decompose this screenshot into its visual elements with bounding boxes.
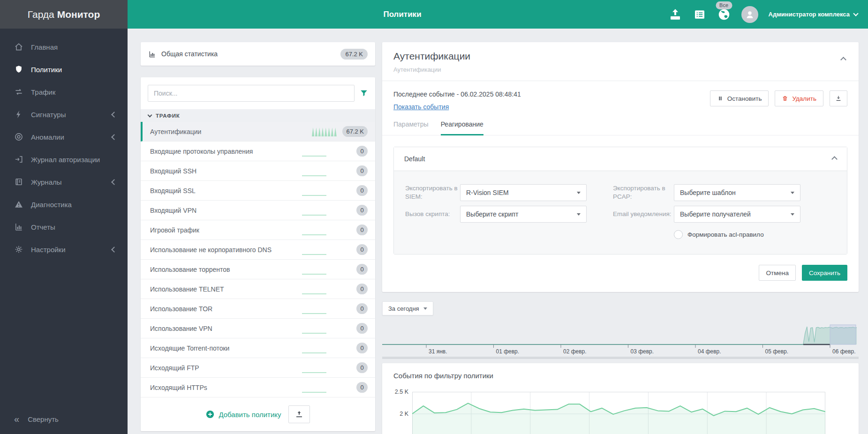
default-panel-header[interactable]: Default: [394, 147, 847, 171]
policy-count-badge: 0: [356, 343, 368, 353]
chevron-left-icon: [111, 112, 117, 118]
policy-count-badge: 0: [356, 146, 368, 157]
avatar[interactable]: [741, 6, 758, 23]
field-select[interactable]: Выберите получателей: [674, 206, 800, 223]
policy-row[interactable]: Входящий SSH0: [141, 161, 375, 181]
upload-icon[interactable]: [668, 7, 682, 22]
sidebar-collapse-button[interactable]: « Свернуть: [14, 414, 59, 424]
sidebar-item-1[interactable]: Главная: [0, 36, 128, 58]
bolt-icon: [14, 110, 23, 119]
add-policy-button[interactable]: Добавить политику: [206, 410, 281, 419]
chevron-left-icon: [111, 134, 117, 140]
user-menu[interactable]: Администратор комплекса: [769, 11, 858, 18]
policy-row[interactable]: Использование TOR0: [141, 299, 375, 319]
form-field: Экспортировать в SIEM:R-Vision SIEM: [405, 184, 587, 201]
import-policy-button[interactable]: [288, 405, 310, 423]
acl-radio-option[interactable]: Формировать acl-правило: [674, 230, 836, 239]
flat-sparkline: [302, 215, 326, 216]
overall-stats-badge: 67.2 K: [340, 49, 368, 60]
policy-row[interactable]: Исходящие Torrent-потоки0: [141, 338, 375, 358]
cancel-button[interactable]: Отмена: [759, 265, 795, 281]
journal-icon[interactable]: [693, 7, 707, 22]
date-range-button[interactable]: За сегодня: [382, 301, 433, 315]
policy-row[interactable]: Входящий VPN0: [141, 201, 375, 220]
field-label: Экспортировать в PCAP:: [613, 184, 674, 201]
form-actions: Отмена Сохранить: [382, 254, 859, 292]
detail-subtitle: Аутентификации: [393, 66, 847, 73]
brand-first: Гарда: [28, 9, 54, 20]
overall-stats-card[interactable]: Общая статистика 67.2 K: [141, 42, 375, 66]
page-title: Политики: [383, 0, 421, 29]
chevron-left-icon: [111, 179, 117, 185]
sidebar-item-label: Главная: [31, 43, 58, 51]
stop-button[interactable]: Остановить: [710, 90, 769, 106]
policy-row[interactable]: Использование не корпоративного DNS0: [141, 240, 375, 260]
events-chart-card: События по фильтру политики 2.5 K 2 K: [382, 363, 859, 434]
policy-name: Входящий SSH: [150, 167, 356, 175]
globe-filter[interactable]: Все: [717, 7, 731, 22]
sidebar-item-label: Настройки: [31, 246, 66, 254]
policy-row[interactable]: Игровой трафик0: [141, 220, 375, 240]
policy-row[interactable]: Исходящий HTTPs0: [141, 378, 375, 397]
sidebar-item-4[interactable]: Сигнатуры: [0, 103, 128, 126]
policy-name: Входящий VPN: [150, 207, 356, 214]
filter-icon[interactable]: [360, 89, 368, 97]
sidebar-item-2[interactable]: Политики: [0, 58, 128, 81]
policy-row[interactable]: Входящий SSL0: [141, 181, 375, 201]
search-input[interactable]: [148, 85, 355, 102]
save-button[interactable]: Сохранить: [802, 265, 847, 281]
sidebar-item-label: Диагностика: [31, 201, 72, 209]
policy-row[interactable]: Аутентификации67.2 K: [141, 122, 375, 142]
sidebar-item-6[interactable]: Журнал авторизации: [0, 148, 128, 171]
policy-row[interactable]: Входящие протоколы управления0: [141, 142, 375, 161]
policy-row[interactable]: Использование TELNET0: [141, 279, 375, 299]
policy-count-badge: 0: [356, 165, 368, 176]
detail-title: Аутентификации: [393, 51, 847, 62]
sidebar-item-5[interactable]: Аномалии: [0, 126, 128, 148]
pause-icon: [717, 95, 724, 102]
delete-button[interactable]: Удалить: [775, 90, 823, 106]
sidebar-item-3[interactable]: Трафик: [0, 81, 128, 103]
flat-sparkline: [302, 372, 326, 373]
collapse-panel-button[interactable]: [841, 55, 845, 64]
tab-reaction[interactable]: Реагирование: [441, 120, 483, 135]
policy-row[interactable]: Исходящий FTP0: [141, 358, 375, 378]
policy-row[interactable]: Использование торрентов0: [141, 260, 375, 279]
caret-down-icon: [791, 192, 794, 194]
timeline-date-label: 05 февр.: [765, 348, 789, 355]
sidebar-item-10[interactable]: Настройки: [0, 238, 128, 261]
group-header-traffic[interactable]: ТРАФИК: [141, 109, 375, 122]
sidebar-item-9[interactable]: Отчеты: [0, 216, 128, 238]
home-icon: [14, 42, 23, 52]
field-select[interactable]: Выберите шаблон: [674, 184, 800, 201]
brand-second: Монитор: [57, 9, 100, 20]
sidebar-item-8[interactable]: Диагностика: [0, 193, 128, 216]
sidebar-item-7[interactable]: Журналы: [0, 171, 128, 193]
timeline-brush[interactable]: 31 янв.01 февр.02 февр.03 февр.04 февр.0…: [382, 321, 859, 357]
chevron-up-icon: [831, 156, 838, 162]
gear-icon: [14, 245, 23, 254]
group-label: ТРАФИК: [156, 113, 180, 119]
caret-down-icon: [577, 192, 581, 194]
login-icon: [14, 155, 23, 164]
timeline-date-label: 04 февр.: [698, 348, 721, 355]
field-select[interactable]: R-Vision SIEM: [460, 184, 587, 201]
events-chart: 2.5 K 2 K: [412, 392, 825, 434]
download-icon: [835, 95, 842, 102]
default-reaction-panel: Default Экспортировать в SIEM:R-Vision S…: [393, 147, 847, 254]
policy-row[interactable]: Использование VPN0: [141, 319, 375, 338]
show-events-link[interactable]: Показать события: [393, 103, 449, 111]
policy-name: Исходящий HTTPs: [150, 384, 356, 391]
field-label: Экспортировать в SIEM:: [405, 184, 460, 201]
globe-icon: [717, 7, 731, 22]
policy-name: Использование торрентов: [150, 266, 356, 273]
tab-parameters[interactable]: Параметры: [393, 120, 429, 135]
field-select[interactable]: Выберите скрипт: [460, 206, 587, 223]
flat-sparkline: [302, 274, 326, 275]
select-value: Выберите шаблон: [680, 189, 736, 196]
flat-sparkline: [302, 352, 326, 353]
select-value: R-Vision SIEM: [466, 189, 509, 196]
flat-sparkline: [302, 234, 326, 235]
export-policy-button[interactable]: [830, 90, 847, 106]
form-row-2: Вызов скрипта:Выберите скриптEmail уведо…: [405, 206, 836, 223]
